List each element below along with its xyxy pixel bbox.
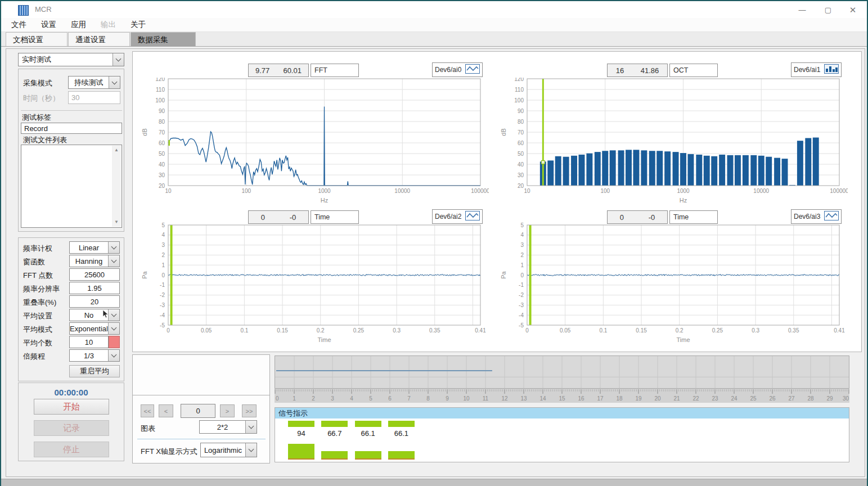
fft-points-input[interactable]: 25600 bbox=[69, 268, 120, 281]
svg-text:10000: 10000 bbox=[394, 188, 410, 194]
svg-text:0.05: 0.05 bbox=[560, 327, 571, 334]
octave-fraction-select[interactable]: 1/3 bbox=[69, 349, 120, 362]
tab-document-settings[interactable]: 文档设置 bbox=[6, 32, 68, 46]
nav-prev-button[interactable]: < bbox=[159, 404, 173, 417]
plot-area-fft[interactable]: 2030405060708090100110120101001000100001… bbox=[133, 78, 489, 205]
chart-time-ai3: 0-0TimeDev6/ai3-5-4-3-2-101234500.050.10… bbox=[492, 206, 848, 352]
scroll-down-icon[interactable]: ▼ bbox=[112, 218, 121, 227]
average-setting-select[interactable]: No bbox=[69, 309, 120, 321]
test-name-input[interactable]: Record bbox=[21, 123, 122, 134]
time-seconds-label: 时间（秒） bbox=[23, 93, 60, 104]
svg-text:2: 2 bbox=[161, 252, 165, 258]
channel-selector[interactable]: Dev6/ai2 bbox=[432, 209, 483, 224]
svg-text:22: 22 bbox=[692, 395, 699, 402]
chevron-down-icon[interactable] bbox=[108, 350, 119, 361]
svg-text:Time: Time bbox=[317, 336, 331, 343]
nav-last-button[interactable]: >> bbox=[242, 404, 257, 417]
overlap-rate-input[interactable]: 20 bbox=[69, 295, 120, 308]
chevron-down-icon[interactable] bbox=[108, 242, 119, 253]
window-function-label: 窗函数 bbox=[23, 257, 45, 267]
chevron-down-icon[interactable] bbox=[109, 76, 120, 88]
window-function-select[interactable]: Hanning bbox=[69, 255, 120, 267]
cursor-y-readout: 60.01 bbox=[283, 66, 302, 75]
svg-text:14: 14 bbox=[539, 395, 546, 402]
test-label-label: 测试标签 bbox=[22, 112, 51, 123]
svg-text:120: 120 bbox=[514, 78, 524, 82]
chart-type-box[interactable]: Time bbox=[311, 210, 359, 224]
channel-selector[interactable]: Dev6/ai3 bbox=[791, 209, 842, 224]
plot-area-oct[interactable]: 2030405060708090100110120101001000100001… bbox=[492, 78, 848, 205]
stop-button: 停止 bbox=[34, 442, 109, 457]
svg-text:17: 17 bbox=[597, 395, 604, 402]
test-file-list[interactable]: ▲ ▼ bbox=[21, 145, 122, 228]
svg-text:dB: dB bbox=[500, 128, 507, 136]
menu-settings[interactable]: 设置 bbox=[39, 19, 58, 31]
chevron-down-icon[interactable] bbox=[108, 323, 119, 334]
average-mode-select[interactable]: Exponential bbox=[69, 322, 120, 335]
freq-weighting-select[interactable]: Linear bbox=[69, 241, 120, 254]
chevron-down-icon[interactable] bbox=[108, 309, 119, 321]
svg-text:2: 2 bbox=[520, 252, 524, 258]
svg-text:10000: 10000 bbox=[753, 188, 769, 194]
file-list-scrollbar[interactable]: ▲ ▼ bbox=[112, 146, 121, 227]
tab-bar: 文档设置通道设置数据采集 bbox=[1, 32, 867, 47]
record-timeline[interactable]: 0123456789101112131415161718192021222324… bbox=[275, 356, 849, 403]
plot-area-time-ai2[interactable]: -5-4-3-2-101234500.050.10.150.20.250.30.… bbox=[133, 223, 489, 351]
nav-next-button[interactable]: > bbox=[220, 404, 235, 417]
close-button[interactable]: ✕ bbox=[843, 3, 862, 17]
tab-data-acquisition[interactable]: 数据采集 bbox=[131, 32, 196, 46]
channel-selector[interactable]: Dev6/ai1 bbox=[791, 62, 842, 77]
cursor-readout-box: 1641.86 bbox=[607, 64, 668, 77]
channel-selector[interactable]: Dev6/ai0 bbox=[432, 62, 483, 77]
menu-bar: 文件设置应用输出关于 bbox=[1, 18, 867, 32]
timeline-ruler[interactable]: 0123456789101112131415161718192021222324… bbox=[275, 356, 849, 403]
chart-layout-select[interactable]: 2*2 bbox=[199, 420, 257, 434]
svg-text:15: 15 bbox=[559, 395, 565, 402]
menu-apply[interactable]: 应用 bbox=[69, 19, 88, 31]
nav-page-input[interactable]: 0 bbox=[181, 404, 215, 418]
svg-text:7: 7 bbox=[407, 395, 411, 402]
fft-axis-mode-select[interactable]: Logarithmic bbox=[200, 443, 257, 457]
svg-text:-2: -2 bbox=[160, 292, 165, 298]
nav-first-button[interactable]: << bbox=[141, 404, 154, 417]
chevron-down-icon[interactable] bbox=[245, 421, 257, 433]
svg-text:5: 5 bbox=[161, 223, 165, 228]
measure-mode-select[interactable]: 实时测试 bbox=[18, 53, 124, 66]
scroll-up-icon[interactable]: ▲ bbox=[112, 146, 121, 155]
chevron-down-icon[interactable] bbox=[113, 53, 124, 66]
svg-text:80: 80 bbox=[518, 119, 524, 125]
average-count-input[interactable]: 10 bbox=[69, 336, 109, 348]
minimize-button[interactable]: — bbox=[793, 3, 812, 17]
acq-mode-select[interactable]: 持续测试 bbox=[68, 76, 120, 89]
chevron-down-icon[interactable] bbox=[245, 443, 257, 457]
svg-text:60: 60 bbox=[518, 140, 524, 146]
freq-resolution-input[interactable]: 1.95 bbox=[69, 282, 120, 294]
chevron-down-icon[interactable] bbox=[108, 255, 119, 267]
svg-text:25: 25 bbox=[750, 395, 757, 402]
chart-type-box[interactable]: FFT bbox=[311, 64, 359, 77]
svg-text:11: 11 bbox=[483, 395, 489, 402]
maximize-button[interactable]: ▢ bbox=[818, 3, 838, 17]
svg-text:70: 70 bbox=[159, 129, 165, 136]
plot-area-time-ai3[interactable]: -5-4-3-2-101234500.050.10.150.20.250.30.… bbox=[492, 223, 848, 351]
svg-text:0.2: 0.2 bbox=[676, 327, 683, 334]
chart-type-box[interactable]: Time bbox=[669, 210, 718, 224]
restart-average-button[interactable]: 重启平均 bbox=[69, 365, 120, 377]
average-mode-label: 平均模式 bbox=[23, 325, 52, 335]
start-button[interactable]: 开始 bbox=[34, 399, 109, 415]
svg-text:21: 21 bbox=[673, 395, 680, 402]
menu-about[interactable]: 关于 bbox=[129, 19, 147, 31]
chart-type-box[interactable]: OCT bbox=[669, 64, 718, 77]
svg-text:24: 24 bbox=[731, 395, 737, 402]
overlap-rate-label: 重叠率(%) bbox=[23, 298, 56, 308]
svg-text:26: 26 bbox=[769, 395, 776, 402]
signal-level-bar bbox=[288, 421, 314, 427]
svg-text:3: 3 bbox=[520, 242, 524, 248]
tab-channel-settings[interactable]: 通道设置 bbox=[68, 32, 130, 46]
signal-level-value: 66.1 bbox=[383, 429, 420, 438]
line-chart-icon bbox=[465, 211, 480, 222]
menu-file[interactable]: 文件 bbox=[10, 19, 28, 31]
freq-weighting-label: 频率计权 bbox=[23, 244, 52, 254]
svg-text:23: 23 bbox=[712, 395, 718, 402]
svg-text:-5: -5 bbox=[519, 322, 524, 328]
